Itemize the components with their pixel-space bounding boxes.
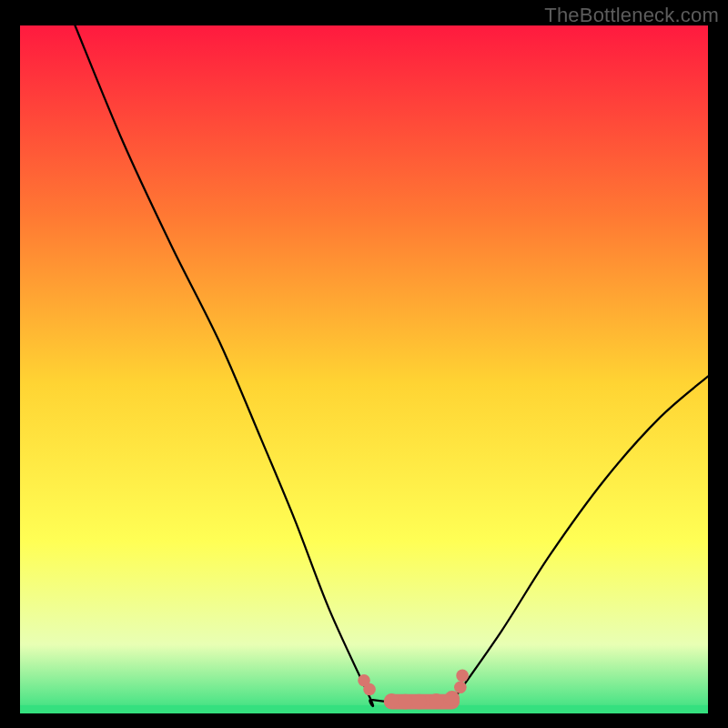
chart-canvas: [20, 25, 708, 713]
plot-frame: [20, 25, 708, 713]
chart-root: TheBottleneck.com: [0, 0, 728, 728]
watermark-text: TheBottleneck.com: [544, 4, 719, 27]
valley-point: [444, 691, 460, 706]
valley-point: [456, 670, 469, 682]
valley-point: [454, 681, 467, 693]
valley-point: [411, 694, 427, 710]
valley-point: [429, 693, 444, 709]
valley-point: [384, 693, 399, 709]
valley-point: [398, 694, 413, 710]
valley-point: [363, 683, 376, 696]
gradient-background: [20, 25, 708, 713]
bottom-green-bar: [20, 705, 708, 713]
